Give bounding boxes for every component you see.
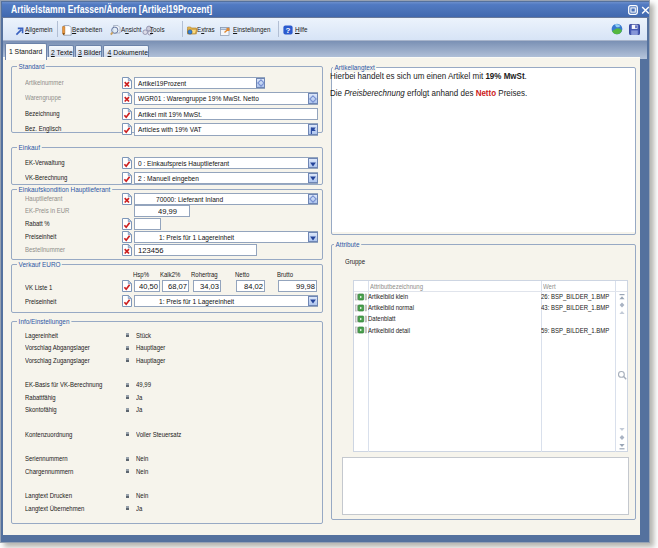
svg-text:?: ?	[286, 26, 291, 35]
